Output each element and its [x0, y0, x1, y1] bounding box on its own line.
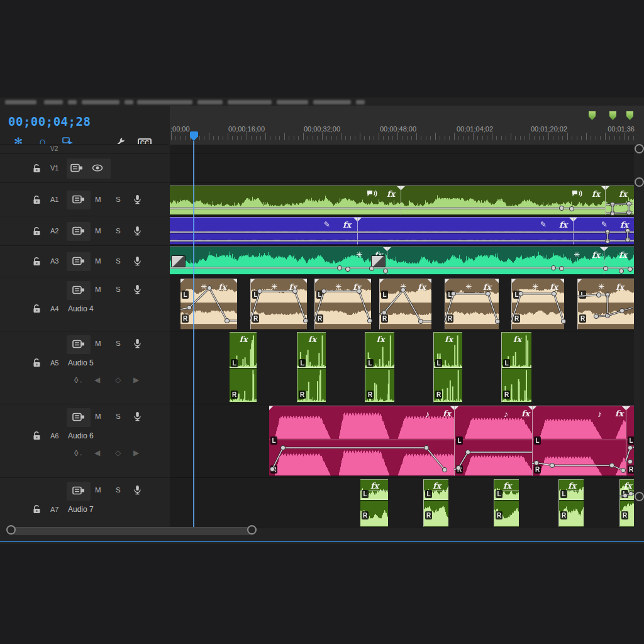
track-label-A7[interactable]: A7 [50, 506, 58, 513]
clip-A6-4[interactable]: LR [626, 406, 634, 476]
previous-keyframe-button[interactable]: ◀ [94, 375, 100, 384]
solo-track-button[interactable]: S [116, 413, 121, 420]
track-name[interactable]: Audio 4 [68, 304, 94, 313]
voiceover-record-button[interactable] [133, 411, 142, 421]
clip-A7-2[interactable]: fxLR [423, 479, 448, 527]
track-label-A3[interactable]: A3 [50, 257, 58, 265]
audio-transition-icon[interactable] [171, 255, 186, 267]
audio-transition-icon[interactable] [371, 255, 386, 267]
track-lock-toggle[interactable] [33, 431, 42, 441]
clip-A4-6[interactable]: ✳fxLR [511, 279, 564, 330]
track-name[interactable]: Audio 6 [68, 431, 94, 440]
clip-A5-5[interactable]: fxLR [501, 332, 531, 402]
time-ruler[interactable]: ;00;0000;00;16;0000;00;32;0000;00;48;000… [170, 106, 644, 145]
clip-A7-1[interactable]: fxLR [360, 479, 388, 527]
clip-A5-3[interactable]: fxLR [365, 332, 394, 402]
track-label-V2[interactable]: V2 [50, 145, 58, 152]
track-label-A2[interactable]: A2 [50, 227, 58, 235]
mute-track-button[interactable]: M [95, 196, 101, 203]
hscroll-zoom-handle[interactable] [247, 525, 257, 535]
track-lock-toggle[interactable] [33, 304, 42, 314]
sequence-marker[interactable] [626, 111, 633, 120]
track-lock-toggle[interactable] [33, 358, 42, 368]
clip-A6-1[interactable]: ♪fxLR [269, 406, 454, 476]
clip-A4-1[interactable]: ✳fxLR [180, 279, 237, 330]
solo-track-button[interactable]: S [116, 227, 121, 235]
next-keyframe-button[interactable]: ▶ [133, 448, 139, 457]
solo-track-button[interactable]: S [116, 257, 121, 265]
clip-A3-3[interactable]: fx [604, 247, 634, 275]
mute-track-button[interactable]: M [95, 257, 101, 265]
keyframe-type-icon[interactable]: ◊ [74, 448, 78, 458]
track-name[interactable]: Audio 7 [68, 505, 94, 514]
previous-keyframe-button[interactable]: ◀ [94, 448, 100, 457]
solo-track-button[interactable]: S [116, 196, 121, 203]
clip-A7-5[interactable]: fxLR [619, 479, 634, 527]
timeline-content[interactable]: fxfxfx✎fx✎fx✎fx✳fx✳fxfx✳fxLR✳fxLR✳fxLR✳f… [170, 145, 634, 528]
clip-A7-4[interactable]: fxLR [558, 479, 584, 527]
mute-track-button[interactable]: M [95, 286, 101, 293]
track-targeting-toggle[interactable] [72, 195, 85, 204]
clip-A7-3[interactable]: fxLR [494, 479, 519, 527]
track-label-A6[interactable]: A6 [50, 432, 58, 440]
clip-A4-5[interactable]: ✳fxLR [445, 279, 499, 330]
track-lane-V1[interactable] [170, 153, 634, 182]
playhead-timecode[interactable]: 00;00;04;28 [8, 114, 91, 128]
track-lane-V2[interactable] [170, 145, 634, 153]
playhead-handle[interactable] [190, 131, 198, 137]
clip-A4-3[interactable]: ✳fxLR [314, 279, 371, 330]
track-label-A4[interactable]: A4 [50, 305, 58, 313]
track-label-V1[interactable]: V1 [50, 164, 58, 172]
clip-A2-1[interactable]: ✎fx [170, 217, 357, 245]
track-targeting-toggle[interactable] [72, 226, 85, 235]
track-lock-toggle[interactable] [33, 504, 42, 514]
sequence-marker[interactable] [609, 111, 616, 120]
track-targeting-toggle[interactable] [72, 413, 85, 421]
clip-A4-2[interactable]: ✳fxLR [250, 279, 307, 330]
hscroll-thumb[interactable] [11, 527, 253, 535]
track-name[interactable]: Audio 5 [68, 358, 94, 367]
clip-A4-7[interactable]: ✳fxLR [577, 279, 634, 330]
clip-A2-3[interactable]: ✎fx [573, 217, 634, 245]
solo-track-button[interactable]: S [116, 340, 121, 347]
voiceover-record-button[interactable] [133, 194, 142, 204]
mute-track-button[interactable]: M [95, 413, 101, 420]
solo-track-button[interactable]: S [116, 286, 121, 293]
clip-A1-1[interactable]: fx [170, 186, 401, 215]
track-lock-toggle[interactable] [33, 195, 42, 205]
next-keyframe-button[interactable]: ▶ [133, 375, 139, 384]
track-label-A1[interactable]: A1 [50, 196, 58, 203]
voiceover-record-button[interactable] [133, 338, 142, 348]
clip-A1-2[interactable]: fx [401, 186, 605, 215]
voiceover-record-button[interactable] [133, 256, 142, 266]
voiceover-record-button[interactable] [133, 226, 142, 236]
add-keyframe-button[interactable]: ◇ [115, 375, 121, 384]
clip-A3-2[interactable]: ✳fx [387, 247, 604, 275]
clip-A6-3[interactable]: ♪fxLR [532, 406, 626, 476]
sequence-marker[interactable] [589, 111, 596, 120]
track-targeting-toggle[interactable] [70, 164, 83, 172]
track-targeting-toggle[interactable] [72, 257, 85, 265]
keyframe-type-icon[interactable]: ◊ [74, 375, 78, 385]
mute-track-button[interactable]: M [95, 486, 101, 494]
clip-A5-1[interactable]: fxLR [230, 332, 257, 402]
clip-A6-2[interactable]: ♪fxLR [454, 406, 532, 476]
clip-A5-2[interactable]: fxLR [297, 332, 326, 402]
voiceover-record-button[interactable] [133, 485, 142, 495]
clip-A3-1[interactable]: ✳fx [170, 247, 387, 275]
track-lock-toggle[interactable] [33, 226, 42, 236]
vscroll-handle[interactable] [635, 492, 644, 501]
add-keyframe-button[interactable]: ◇ [115, 448, 121, 457]
track-targeting-toggle[interactable] [72, 286, 85, 294]
track-lock-toggle[interactable] [33, 164, 42, 174]
track-label-A5[interactable]: A5 [50, 359, 58, 367]
voiceover-record-button[interactable] [133, 284, 142, 294]
toggle-track-output-eye[interactable] [92, 164, 103, 172]
track-targeting-toggle[interactable] [72, 486, 85, 495]
vscroll-handle[interactable] [635, 144, 644, 153]
mute-track-button[interactable]: M [95, 340, 101, 347]
clip-A2-2[interactable]: ✎fx [357, 217, 573, 245]
vscroll-handle[interactable] [635, 177, 644, 187]
hscroll-zoom-handle[interactable] [6, 525, 16, 535]
track-targeting-toggle[interactable] [72, 340, 85, 348]
